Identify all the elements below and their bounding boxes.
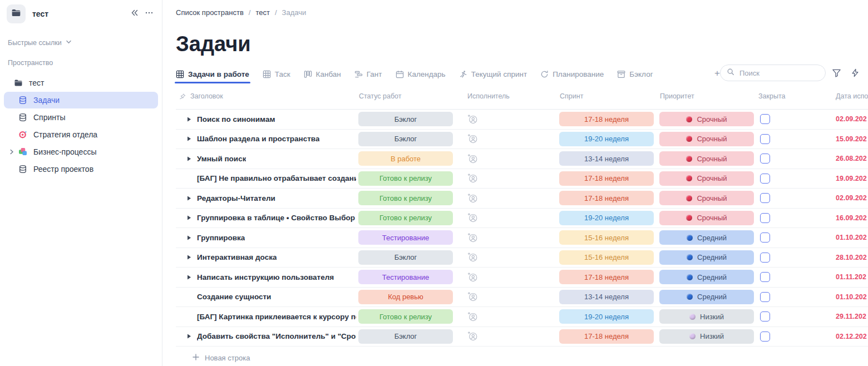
expand-arrow-icon[interactable] xyxy=(187,117,196,122)
view-tab-5[interactable]: Текущий спринт xyxy=(459,70,527,83)
priority-badge[interactable]: Срочный xyxy=(659,151,754,166)
expand-arrow-icon[interactable] xyxy=(187,275,196,280)
add-view-button[interactable]: + xyxy=(714,68,720,83)
due-date[interactable]: 28.10.202 xyxy=(806,254,868,261)
assign-user-icon[interactable] xyxy=(467,173,478,184)
column-header-2[interactable]: Исполнитель xyxy=(453,92,558,100)
priority-badge[interactable]: Низкий xyxy=(659,329,754,344)
view-tab-4[interactable]: Календарь xyxy=(396,70,446,83)
closed-checkbox[interactable] xyxy=(760,134,770,144)
closed-checkbox[interactable] xyxy=(760,154,770,164)
task-title[interactable]: Создание сущности xyxy=(197,293,271,301)
sidebar-item-test[interactable]: тест xyxy=(4,75,158,91)
closed-checkbox[interactable] xyxy=(760,174,770,184)
task-title[interactable]: [БАГ] Картинка приклеивается к курсору п… xyxy=(197,313,356,321)
status-badge[interactable]: Тестирование xyxy=(358,230,453,245)
sidebar-item-tasks[interactable]: Задачи xyxy=(4,92,158,108)
assign-user-icon[interactable] xyxy=(467,154,478,164)
expand-arrow-icon[interactable] xyxy=(187,156,196,161)
due-date[interactable]: 02.09.202 xyxy=(806,115,868,123)
due-date[interactable]: 16.09.202 xyxy=(806,214,868,222)
sprint-badge[interactable]: 19-20 неделя xyxy=(559,132,654,146)
closed-checkbox[interactable] xyxy=(760,292,770,302)
due-date[interactable]: 29.11.202 xyxy=(806,313,868,320)
closed-checkbox[interactable] xyxy=(760,233,770,243)
status-badge[interactable]: Готово к релизу xyxy=(358,211,453,225)
table-row[interactable]: Шаблон раздела и пространстваБэклог19-20… xyxy=(176,130,868,150)
breadcrumb-space-link[interactable]: тест xyxy=(255,8,270,17)
task-title[interactable]: Интерактивная доска xyxy=(197,253,277,261)
priority-badge[interactable]: Срочный xyxy=(659,171,754,186)
status-badge[interactable]: Бэклог xyxy=(358,250,453,265)
expand-arrow-icon[interactable] xyxy=(187,255,196,260)
priority-badge[interactable]: Срочный xyxy=(659,132,754,146)
table-row[interactable]: Поиск по синонимамБэклог17-18 неделяСроч… xyxy=(176,110,868,130)
chevron-right-icon[interactable] xyxy=(9,149,18,155)
assign-user-icon[interactable] xyxy=(467,114,478,125)
view-tab-0[interactable]: Задачи в работе xyxy=(176,70,249,83)
closed-checkbox[interactable] xyxy=(760,193,770,203)
assign-user-icon[interactable] xyxy=(467,233,478,243)
priority-badge[interactable]: Средний xyxy=(659,270,754,284)
sprint-badge[interactable]: 17-18 неделя xyxy=(559,191,654,205)
due-date[interactable]: 15.09.202 xyxy=(806,135,868,143)
sprint-badge[interactable]: 17-18 неделя xyxy=(559,270,654,284)
sidebar-item-projects-registry[interactable]: Реестр проектов xyxy=(4,161,158,177)
table-row[interactable]: Добавить свойства "Исполнитель" и "Срок … xyxy=(176,327,868,347)
due-date[interactable]: 26.08.202 xyxy=(806,155,868,162)
filter-icon[interactable] xyxy=(828,68,845,78)
due-date[interactable]: 02.09.202 xyxy=(806,194,868,202)
due-date[interactable]: 01.10.202 xyxy=(806,234,868,241)
view-tab-3[interactable]: Гант xyxy=(354,70,382,83)
sprint-badge[interactable]: 19-20 неделя xyxy=(559,309,654,324)
priority-badge[interactable]: Средний xyxy=(659,290,754,304)
table-row[interactable]: Редакторы-ЧитателиГотово к релизу17-18 н… xyxy=(176,189,868,209)
status-badge[interactable]: Бэклог xyxy=(358,112,453,126)
priority-badge[interactable]: Низкий xyxy=(659,309,754,324)
sprint-badge[interactable]: 13-14 неделя xyxy=(559,290,654,304)
closed-checkbox[interactable] xyxy=(760,114,770,124)
expand-arrow-icon[interactable] xyxy=(187,215,196,220)
assign-user-icon[interactable] xyxy=(467,331,478,342)
sprint-badge[interactable]: 15-16 неделя xyxy=(559,230,654,245)
priority-badge[interactable]: Срочный xyxy=(659,211,754,225)
due-date[interactable]: 01.11.202 xyxy=(806,273,868,281)
new-row-button[interactable]: Новая строка xyxy=(176,347,250,366)
assign-user-icon[interactable] xyxy=(467,311,478,322)
task-title[interactable]: Написать инструкцию пользователя xyxy=(197,273,334,281)
quick-links-toggle[interactable]: Быстрые ссылки xyxy=(0,39,162,47)
assign-user-icon[interactable] xyxy=(467,252,478,263)
search-input[interactable] xyxy=(738,68,819,78)
assign-user-icon[interactable] xyxy=(467,212,478,223)
status-badge[interactable]: Бэклог xyxy=(358,329,453,344)
priority-badge[interactable]: Срочный xyxy=(659,112,754,126)
sidebar-item-sprints[interactable]: Спринты xyxy=(4,109,158,126)
view-tab-6[interactable]: Планирование xyxy=(540,70,604,83)
closed-checkbox[interactable] xyxy=(760,311,770,322)
closed-checkbox[interactable] xyxy=(760,272,770,282)
expand-arrow-icon[interactable] xyxy=(187,235,196,240)
sprint-badge[interactable]: 19-20 неделя xyxy=(559,211,654,225)
more-options-icon[interactable] xyxy=(142,7,156,21)
status-badge[interactable]: Готово к релизу xyxy=(358,191,453,205)
column-header-5[interactable]: Закрыта xyxy=(756,92,806,100)
expand-arrow-icon[interactable] xyxy=(187,334,196,339)
closed-checkbox[interactable] xyxy=(760,253,770,263)
column-header-0[interactable]: Заголовок xyxy=(176,92,356,100)
sprint-badge[interactable]: 17-18 неделя xyxy=(559,112,654,126)
breadcrumb-spaces-link[interactable]: Список пространств xyxy=(176,8,244,17)
task-title[interactable]: [БАГ] Не правильно отрабатывает создание… xyxy=(197,174,356,182)
view-tab-1[interactable]: Таск xyxy=(263,70,290,83)
sidebar-item-strategy[interactable]: Стратегия отдела xyxy=(4,126,158,143)
table-row[interactable]: Создание сущностиКод ревью13-14 неделяСр… xyxy=(176,288,868,308)
assign-user-icon[interactable] xyxy=(467,193,478,204)
task-title[interactable]: Шаблон раздела и пространства xyxy=(197,135,319,143)
due-date[interactable]: 19.09.202 xyxy=(806,175,868,182)
view-tab-7[interactable]: Бэклог xyxy=(617,70,653,83)
sprint-badge[interactable]: 13-14 неделя xyxy=(559,151,654,166)
due-date[interactable]: 02.12.202 xyxy=(806,333,868,340)
column-header-6[interactable]: Дата испол xyxy=(806,92,868,100)
due-date[interactable]: 01.10.202 xyxy=(806,293,868,301)
table-row[interactable]: Интерактивная доскаБэклог15-16 неделяСре… xyxy=(176,248,868,268)
task-title[interactable]: Группировка xyxy=(197,234,245,242)
